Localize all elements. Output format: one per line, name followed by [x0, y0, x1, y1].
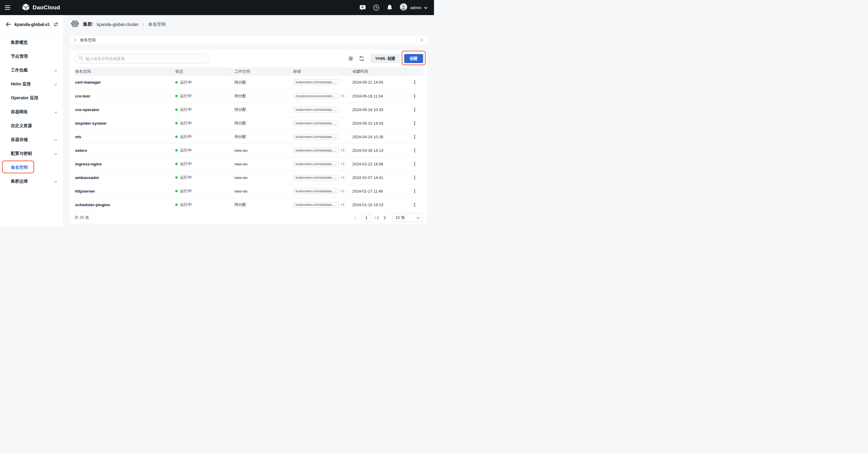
- next-page-icon[interactable]: [382, 215, 387, 221]
- status-text: 运行中: [180, 162, 192, 166]
- sidebar-item-namespaces[interactable]: 命名空间: [0, 161, 63, 174]
- chevron-down-icon: [54, 151, 57, 156]
- workspace-cell: new-ws: [230, 144, 289, 157]
- status-text: 运行中: [180, 121, 192, 125]
- user-name: admin: [410, 5, 421, 10]
- message-icon[interactable]: [359, 4, 366, 11]
- table-row: ambassador 运行中 new-ws kubernetes.io/meta…: [74, 171, 423, 185]
- labels-cell: kubernetes.io/metadata.nam...: [289, 103, 348, 116]
- row-actions-kebab-icon[interactable]: ⋮: [410, 189, 420, 194]
- table-row: httpserver 运行中 new-ws kubernetes.io/meta…: [74, 185, 423, 198]
- workspace-cell: 待分配: [230, 89, 289, 103]
- sidebar-item-helm-apps[interactable]: Helm 应用: [0, 77, 63, 91]
- chevron-down-icon: [54, 110, 57, 114]
- row-actions-kebab-icon[interactable]: ⋮: [410, 148, 420, 153]
- chevron-down-icon: [54, 68, 57, 73]
- sidebar-item-node-management[interactable]: 节点管理: [0, 50, 63, 63]
- sidebar-item-container-network[interactable]: 容器网络: [0, 105, 63, 119]
- created-time: 2024-05-21 14:05: [348, 76, 405, 89]
- status-cell: 运行中: [171, 116, 230, 130]
- status-dot-icon: [175, 190, 178, 192]
- label-chip: clusterresourceoverrides....: [293, 93, 339, 99]
- labels-cell: clusterresourceoverrides....+1: [289, 89, 348, 103]
- namespace-name: ingress-nginx: [74, 157, 171, 171]
- page-size-select[interactable]: 10 项: [392, 214, 423, 222]
- user-menu[interactable]: admin: [400, 3, 427, 12]
- row-actions-kebab-icon[interactable]: ⋮: [410, 93, 420, 99]
- row-actions-kebab-icon[interactable]: ⋮: [410, 80, 420, 85]
- status-text: 运行中: [180, 148, 192, 152]
- labels-cell: kubernetes.io/metadata.n...+1: [289, 198, 348, 211]
- sidebar-item-cluster-overview[interactable]: 集群概览: [0, 36, 63, 50]
- page-number-input[interactable]: [361, 214, 372, 222]
- namespace-table: 命名空间 状态 工作空间 标签 创建时间 cert-manager 运行中 待分…: [74, 67, 423, 212]
- back-arrow-icon[interactable]: [5, 22, 11, 27]
- status-cell: 运行中: [171, 157, 230, 171]
- created-time: 2024-02-22 16:56: [348, 157, 405, 171]
- row-actions-kebab-icon[interactable]: ⋮: [410, 121, 420, 126]
- create-button[interactable]: 创建: [404, 54, 423, 63]
- label-chip: kubernetes.io/metadata.n...: [293, 188, 339, 194]
- label-chip: kubernetes.io/metadata.nam...: [293, 120, 339, 126]
- topbar: DaoCloud ?: [0, 0, 434, 15]
- breadcrumb-cluster[interactable]: kpanda-global-cluster: [97, 22, 139, 27]
- chevron-right-icon[interactable]: [74, 38, 77, 42]
- status-cell: 运行中: [171, 130, 230, 144]
- status-dot-icon: [175, 81, 178, 84]
- table-row: cro-test 运行中 待分配 clusterresourceoverride…: [74, 89, 423, 103]
- col-actions: [405, 67, 423, 76]
- col-created: 创建时间: [348, 67, 405, 76]
- chevron-down-icon: [416, 216, 420, 220]
- sidebar-item-custom-resources[interactable]: 自定义资源: [0, 119, 63, 133]
- total-count: 共 25 项: [74, 215, 89, 220]
- pagination: / 3 10 项: [353, 214, 423, 222]
- label-chip: kubernetes.io/metadata.nam...: [293, 107, 339, 113]
- workspace-cell: 待分配: [230, 76, 289, 89]
- label-extra-count: +1: [341, 162, 345, 166]
- status-cell: 运行中: [171, 185, 230, 198]
- namespace-name: velero: [74, 144, 171, 157]
- row-actions-kebab-icon[interactable]: ⋮: [410, 202, 420, 207]
- namespace-name: cro-test: [74, 89, 171, 103]
- created-time: 2024-05-16 11:04: [348, 89, 405, 103]
- labels-cell: kubernetes.io/metadata.nam...: [289, 130, 348, 144]
- row-actions-kebab-icon[interactable]: ⋮: [410, 134, 420, 139]
- refresh-icon[interactable]: [359, 56, 364, 61]
- close-icon[interactable]: [420, 38, 424, 42]
- label-chip: kubernetes.io/metadata.n...: [293, 148, 339, 153]
- menu-toggle-button[interactable]: [5, 4, 13, 11]
- sidebar-item-operator-apps[interactable]: Operator 应用: [0, 91, 63, 105]
- row-actions-kebab-icon[interactable]: ⋮: [410, 107, 420, 112]
- search-input[interactable]: [86, 56, 205, 61]
- chevron-down-icon: [424, 5, 427, 10]
- svg-text:?: ?: [375, 6, 377, 9]
- gear-icon[interactable]: [348, 56, 353, 61]
- sidebar-menu: 集群概览 节点管理 工作负载 Helm 应用 Operator 应用 容器网络 …: [0, 34, 63, 188]
- status-dot-icon: [175, 203, 178, 206]
- label-extra-count: +1: [341, 203, 345, 207]
- namespace-name: nfs: [74, 130, 171, 144]
- sidebar-item-workloads[interactable]: 工作负载: [0, 63, 63, 77]
- label-chip: kubernetes.io/metadata.n...: [293, 175, 339, 180]
- col-namespace: 命名空间: [74, 67, 171, 76]
- sidebar-item-cluster-ops[interactable]: 集群运维: [0, 174, 63, 188]
- sidebar-cluster-header: kpanda-global-cl...: [0, 15, 63, 34]
- labels-cell: kubernetes.io/metadata.n...+1: [289, 157, 348, 171]
- labels-cell: kubernetes.io/metadata.nam...: [289, 116, 348, 130]
- yaml-create-button[interactable]: YAML 创建: [370, 54, 400, 63]
- daocloud-logo-icon: [22, 3, 30, 12]
- sidebar-item-container-storage[interactable]: 容器存储: [0, 133, 63, 147]
- chevron-down-icon: [54, 82, 57, 87]
- prev-page-icon[interactable]: [353, 215, 358, 221]
- collapsible-panel-bar: 命名空间: [70, 36, 427, 45]
- workspace-cell: 待分配: [230, 198, 289, 211]
- row-actions-kebab-icon[interactable]: ⋮: [410, 175, 420, 180]
- switch-cluster-icon[interactable]: [53, 22, 59, 27]
- status-dot-icon: [175, 108, 178, 111]
- sidebar-item-config-secrets[interactable]: 配置与密钥: [0, 147, 63, 161]
- row-actions-kebab-icon[interactable]: ⋮: [410, 162, 420, 167]
- brand-name: DaoCloud: [33, 4, 60, 11]
- help-icon[interactable]: ?: [373, 4, 380, 11]
- label-extra-count: +1: [341, 148, 345, 152]
- bell-icon[interactable]: [386, 4, 393, 11]
